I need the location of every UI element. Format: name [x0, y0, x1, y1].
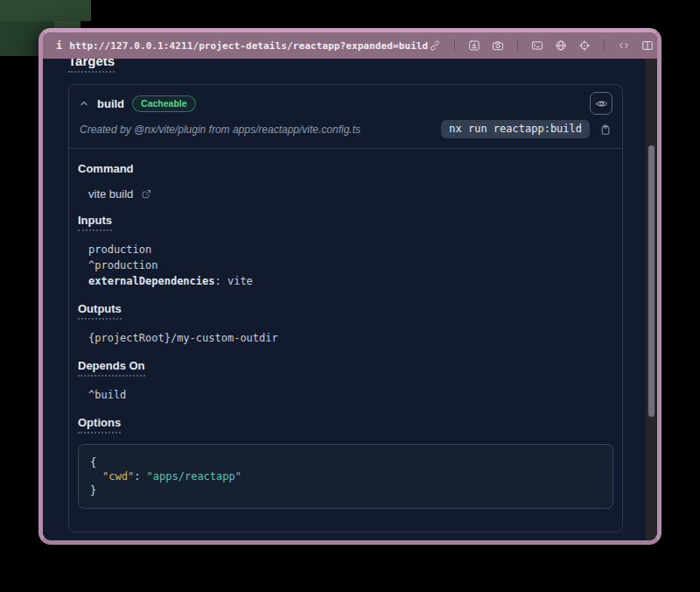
json-line: "cwd": "apps/reactapp" — [90, 469, 601, 483]
target-icon[interactable] — [578, 39, 592, 53]
scrollbar-thumb[interactable] — [648, 145, 654, 417]
toolbar-separator — [454, 39, 455, 52]
eye-icon — [595, 97, 608, 110]
split-view-icon[interactable] — [640, 39, 654, 53]
target-card-build: build Cacheable Created by @nx/vite/plug… — [68, 84, 623, 532]
input-item: externalDependencies: vite — [88, 273, 622, 289]
command-value: vite build — [88, 187, 133, 201]
target-name: build — [97, 97, 124, 110]
toolbar-actions — [428, 39, 654, 53]
json-line: { — [90, 455, 601, 469]
command-heading: Command — [78, 162, 622, 175]
chevron-up-icon — [79, 98, 89, 109]
build-card-body: Command vite build Inputs production ^pr… — [69, 162, 622, 532]
inputs-heading: Inputs — [78, 214, 622, 231]
scroll-area: Targets build Cacheable Created by @nx/v… — [43, 59, 657, 540]
external-link-icon[interactable] — [141, 188, 152, 200]
depends-on-item: ^build — [88, 387, 622, 403]
created-by-text: Created by @nx/vite/plugin from apps/rea… — [80, 123, 360, 136]
input-item: production — [88, 242, 622, 257]
depends-on-list: ^build — [88, 387, 622, 403]
build-card-subheader: Created by @nx/vite/plugin from apps/rea… — [69, 120, 622, 149]
code-icon[interactable] — [617, 39, 631, 53]
camera-icon[interactable] — [491, 39, 505, 53]
browser-window: i http://127.0.0.1:4211/project-details/… — [38, 28, 662, 545]
terminal-icon[interactable] — [530, 39, 544, 53]
options-json-block: { "cwd": "apps/reactapp" } — [78, 444, 613, 509]
toolbar-separator — [517, 39, 518, 52]
input-item: ^production — [88, 257, 622, 273]
info-icon: i — [56, 39, 62, 52]
command-row: vite build — [88, 187, 622, 201]
toolbar-separator — [604, 39, 605, 52]
inputs-list: production ^production externalDependenc… — [88, 242, 622, 289]
outputs-heading: Outputs — [78, 302, 622, 320]
run-command-chip: nx run reactapp:build — [441, 120, 590, 138]
json-line: } — [90, 483, 601, 497]
output-item: {projectRoot}/my-custom-outdir — [88, 330, 622, 346]
build-card-header[interactable]: build Cacheable — [69, 85, 622, 120]
wallpaper-corner — [0, 0, 91, 21]
url-toolbar: i http://127.0.0.1:4211/project-details/… — [43, 32, 657, 59]
copy-icon[interactable] — [598, 123, 612, 137]
page-title: Targets — [68, 59, 657, 73]
url-bar[interactable]: http://127.0.0.1:4211/project-details/re… — [69, 40, 428, 52]
globe-icon[interactable] — [554, 39, 568, 53]
depends-on-heading: Depends On — [78, 359, 622, 377]
cacheable-badge: Cacheable — [132, 95, 196, 112]
link-icon[interactable] — [428, 39, 442, 53]
view-in-graph-button[interactable] — [590, 92, 612, 115]
outputs-list: {projectRoot}/my-custom-outdir — [88, 330, 622, 346]
options-heading: Options — [78, 416, 622, 433]
page-content: Targets build Cacheable Created by @nx/v… — [43, 59, 657, 540]
scrollbar-track[interactable] — [646, 59, 657, 540]
save-screenshot-icon[interactable] — [467, 39, 481, 53]
